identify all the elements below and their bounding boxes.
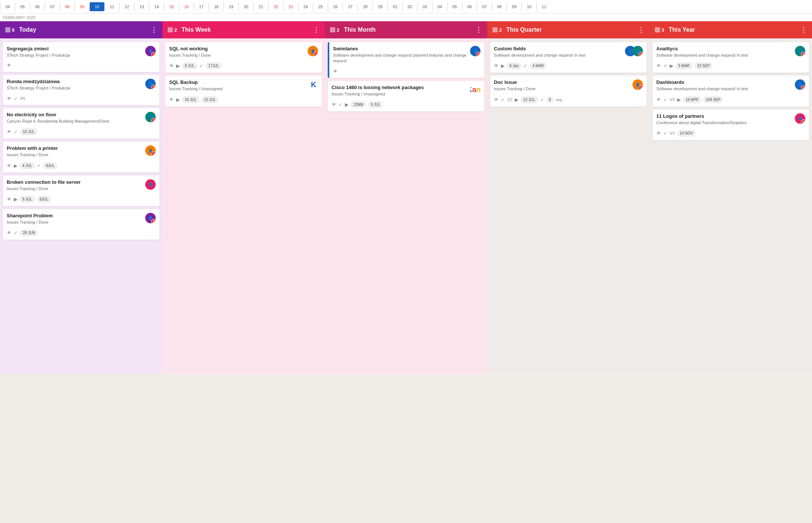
card-title: Dashboards [656,79,748,85]
check-icon[interactable]: ✓ [14,230,18,236]
card-custom-fields: Custom fields Software development and c… [490,42,647,73]
today-menu[interactable]: ⋮ [150,26,157,34]
date: 14 NOV [677,130,696,136]
eye-icon[interactable]: 👁 [7,96,12,101]
timeline-tick: 08 [492,2,507,11]
timeline-tick: 06 [30,2,45,11]
timeline-tick: 07 [45,2,60,11]
timeline-tick: 06 [462,2,477,11]
play-icon[interactable]: ▶ [670,63,673,69]
eye-icon[interactable]: 👁 [7,196,12,202]
eye-icon[interactable]: 👁 [332,102,336,107]
timeline-tick: 28 [358,2,372,11]
timeline-tick: 18 [209,2,223,11]
quarter-menu[interactable]: ⋮ [638,26,644,34]
avatar: 👤2 [795,113,805,124]
date-end: 23 SEP [695,63,713,69]
card-subtitle: Canyon Road 4, Residential Building Mana… [7,119,110,124]
multi-avatar: 👤 👤2 [625,46,643,56]
date-end: 4 MAR [530,63,546,69]
card-subtitle: Issues Tracking / Done [494,86,536,92]
eye-icon[interactable]: 👁 [169,97,174,103]
date-start: 6 Jan [507,63,521,69]
year-count: 3 This Year [655,26,695,33]
check2-icon[interactable]: ✓ [540,97,544,103]
card-title: SQL Backup [169,79,223,85]
play-icon[interactable]: ▶ [176,63,180,69]
avatar-badge: 2 [151,85,156,89]
avatar-badge: 1 [151,52,156,56]
timeline-tick: 11 [536,2,551,11]
card-title: Runda miedzydzialowa [7,79,70,84]
play-icon[interactable]: ▶ [501,63,505,69]
play-icon[interactable]: ▶ [14,163,18,168]
date-start: 9 JUL [20,196,35,202]
avatar-badge: 1 [638,85,643,90]
avatar: 👤1 [795,46,805,56]
card-subtitle: STech Strategy Project / Produkcja [7,85,70,91]
kanban-logo-avatar: K [308,79,318,90]
eye-icon[interactable]: 👁 [494,97,499,103]
card-actions: 👁 [7,63,156,68]
card-subtitle: Software development and change request/… [656,53,748,58]
timeline-tick: 23 [283,2,298,11]
check-icon[interactable]: ✓ [501,97,505,103]
check-icon[interactable]: ✓ [14,129,18,135]
timeline-tick: 27 [343,2,358,11]
play-icon[interactable]: ▶ [345,102,349,107]
avatar-badge: 2 [151,219,156,223]
card-actions: 👁 ✓ 2/2 ▶ 12 JUL ✓ 8 aug [494,97,643,103]
eye-icon[interactable]: 👁 [7,63,12,68]
card-actions: 👁 ▶ 9 JUL 8JUL [7,196,156,202]
play-icon[interactable]: ▶ [14,196,18,202]
check-icon[interactable]: ✓ [199,63,203,69]
card-actions: 👁 ✓ 10 JUL [7,129,156,135]
week-menu[interactable]: ⋮ [313,26,320,34]
columns-wrapper: 6 Today ⋮ Segregacja zmieci STech Strate… [0,21,812,374]
card-subtitle: Issues Tracking / Unassigned [332,91,424,97]
card-title: Problem with a printer [7,145,58,151]
play-icon[interactable]: ▶ [677,97,681,103]
check-icon[interactable]: ✓ [663,63,667,69]
timeline-tick: 09 [74,2,89,11]
month-count: 2 This Month [330,26,376,33]
timeline-tick: 04 [0,2,15,11]
timeline-tick: 29 [372,2,387,11]
check-icon[interactable]: ✓ [37,163,41,168]
card-analitycs: Analitycs Software development and chang… [653,42,809,73]
year-menu[interactable]: ⋮ [800,26,807,34]
eye-icon[interactable]: 👁 [7,163,12,168]
avatar: 👤2 [632,46,643,56]
eye-icon[interactable]: 👁 [7,230,12,236]
card-subtitle: Issues Tracking / Done [7,220,53,225]
eye-icon[interactable]: 👁 [656,63,661,69]
eye-icon[interactable]: 👁 [494,63,499,69]
eye-icon[interactable]: 👁 [169,63,174,69]
check-icon[interactable]: ✓ [663,97,667,103]
month-menu[interactable]: ⋮ [475,26,482,34]
check-icon[interactable]: ✓ [663,130,667,136]
date: 28 JUN [20,230,38,236]
timeline-tick: 17 [194,2,209,11]
check-icon[interactable]: ✓ [339,102,343,107]
eye-icon[interactable]: 👁 [7,129,12,135]
avatar: 👤3 [470,46,480,56]
avatar-badge: 2 [638,52,643,56]
progress: 0/4 [670,131,675,135]
kanban-logo: Kanb [470,85,480,94]
month-body: Swimlanes Software development and chang… [325,38,487,374]
eye-icon[interactable]: 👁 [656,97,661,103]
date-start: 12 JUL [521,97,538,103]
eye-icon[interactable]: 👁 [333,69,338,74]
kanban-logo-avatar: Kanb [470,85,480,95]
card-actions: 👁 [333,69,480,74]
date-end: 10 JUL [202,97,219,103]
play-icon[interactable]: ▶ [176,97,180,103]
play-icon[interactable]: ▶ [515,97,518,103]
timeline-tick: 11 [104,2,119,11]
avatar-badge: 3 [476,52,480,56]
check-icon[interactable]: ✓ [523,63,527,69]
eye-icon[interactable]: 👁 [656,130,661,136]
check-icon[interactable]: ✓ [14,96,18,101]
card-actions: 👁 ✓ 0/4 14 NOV [656,130,805,136]
